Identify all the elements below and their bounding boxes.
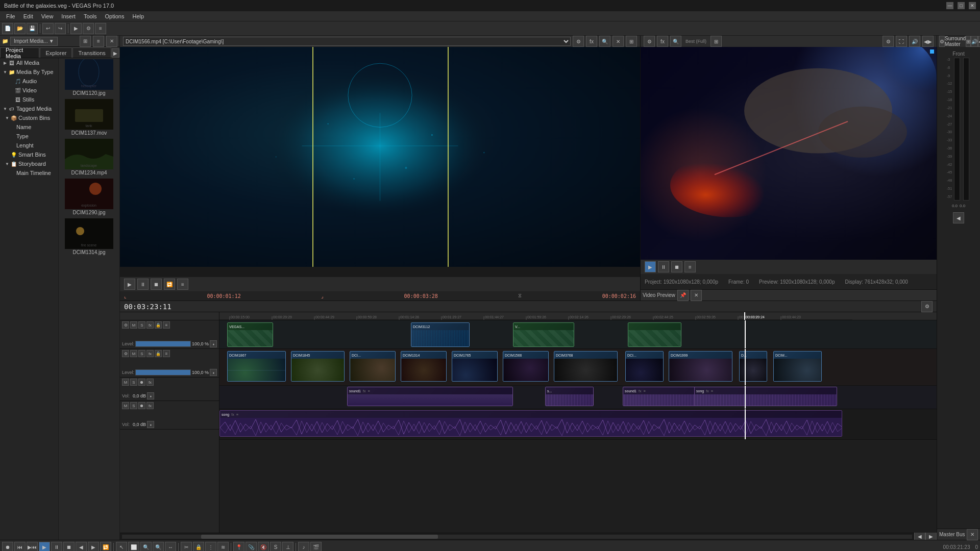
vp-zoom-button[interactable]: 🔍 bbox=[670, 36, 681, 47]
vp-pause-button[interactable]: ⏸ bbox=[658, 261, 669, 272]
prev-frame-button[interactable]: ◀ bbox=[76, 542, 87, 552]
thumb-item-5[interactable]: fire scene DCIM1314.jpg bbox=[65, 218, 113, 255]
tree-item-video[interactable]: 🎬 Video bbox=[0, 86, 58, 95]
track-2-lock[interactable]: 🔒 bbox=[155, 350, 162, 357]
track-2-level[interactable] bbox=[135, 369, 191, 375]
track-2-settings[interactable]: ⚙ bbox=[122, 350, 129, 357]
clip-v2-7[interactable]: DCIM3768 bbox=[554, 351, 618, 382]
master-bus-close[interactable]: ✕ bbox=[967, 529, 978, 540]
track-4-fx[interactable]: fx bbox=[146, 402, 154, 409]
ripple-button[interactable]: ≋ bbox=[217, 542, 229, 552]
clip-a3-4[interactable]: song fx ≡ bbox=[694, 387, 837, 406]
tree-item-smart-bins[interactable]: 💡 Smart Bins bbox=[0, 150, 58, 159]
loop-button-main[interactable]: 🔁 bbox=[100, 542, 111, 552]
trimmer-close-button[interactable]: ✕ bbox=[612, 36, 624, 47]
zoom-button[interactable]: 🔍 bbox=[140, 542, 152, 552]
tree-item-type[interactable]: Type bbox=[0, 132, 58, 141]
clip-v2-10[interactable]: D... bbox=[739, 351, 767, 382]
video-settings-button[interactable]: 🎬 bbox=[310, 542, 322, 552]
vp-expand-button[interactable]: ◀▶ bbox=[922, 36, 934, 47]
menu-file[interactable]: File bbox=[2, 11, 19, 21]
trimmer-file-select[interactable]: DCIM1566.mp4 [C:\User\Footage\Gaming\] bbox=[123, 37, 571, 46]
menu-tools[interactable]: Tools bbox=[80, 11, 101, 21]
trimmer-zoom-button[interactable]: 🔍 bbox=[599, 36, 610, 47]
track-1-level-button[interactable]: ⬧ bbox=[210, 340, 217, 347]
maximize-button[interactable]: □ bbox=[958, 2, 965, 9]
slip-button[interactable]: ↔ bbox=[165, 542, 176, 552]
track-3-vol-button[interactable]: ⬧ bbox=[147, 392, 154, 399]
save-button[interactable]: 💾 bbox=[27, 23, 38, 34]
track-4-mute[interactable]: M bbox=[122, 402, 129, 409]
vp-audio-button[interactable]: 🔊 bbox=[909, 36, 920, 47]
trimmer-expand-button[interactable]: ⊞ bbox=[626, 36, 637, 47]
import-media-button[interactable]: Import Media... ▼ bbox=[10, 37, 58, 46]
trimmer-settings-button[interactable]: ⚙ bbox=[573, 36, 584, 47]
pause-button[interactable]: ⏸ bbox=[137, 279, 149, 290]
vp-play-button[interactable]: ▶ bbox=[645, 261, 656, 272]
properties-button[interactable]: ⚙ bbox=[83, 23, 94, 34]
clip-v1-2[interactable]: DCIM3112 bbox=[411, 322, 470, 347]
marker-button[interactable]: 📍 bbox=[233, 542, 244, 552]
vp-pin-button[interactable]: 📌 bbox=[677, 290, 689, 301]
region-button[interactable]: 📎 bbox=[246, 542, 257, 552]
pause-button-main[interactable]: ⏸ bbox=[51, 542, 62, 552]
vp-close-button[interactable]: ✕ bbox=[691, 290, 702, 301]
solo-track-button[interactable]: S bbox=[270, 542, 281, 552]
vp-fullscreen-button[interactable]: ⛶ bbox=[896, 36, 907, 47]
new-button[interactable]: 📄 bbox=[2, 23, 13, 34]
track-3-mute[interactable]: M bbox=[122, 379, 129, 386]
track-1-mute[interactable]: M bbox=[130, 321, 137, 329]
tree-item-tagged-media[interactable]: ▼ 🏷 Tagged Media bbox=[0, 104, 58, 113]
stop-button-main[interactable]: ⏹ bbox=[63, 542, 75, 552]
tab-transitions[interactable]: Transitions bbox=[72, 47, 111, 58]
timeline-settings-button[interactable]: ⚙ bbox=[921, 301, 933, 312]
track-1-fx[interactable]: fx bbox=[146, 321, 154, 329]
menu-edit[interactable]: Edit bbox=[19, 11, 37, 21]
mute-button[interactable]: 🔇 bbox=[258, 542, 269, 552]
next-frame-button[interactable]: ▶ bbox=[88, 542, 99, 552]
track-1-expand[interactable]: ≡ bbox=[163, 321, 170, 329]
clip-a3-2[interactable]: s... bbox=[545, 387, 594, 406]
zoom-out-button[interactable]: 🔍 bbox=[153, 542, 164, 552]
vp-fx-button[interactable]: fx bbox=[657, 36, 668, 47]
normalize-button[interactable]: ⊥ bbox=[282, 542, 293, 552]
record-button[interactable]: ⏺ bbox=[2, 542, 13, 552]
track-3-rec[interactable]: ⏺ bbox=[138, 379, 145, 386]
track-2-mute[interactable]: M bbox=[130, 350, 137, 357]
track-4-solo[interactable]: S bbox=[130, 402, 137, 409]
audio-settings-button[interactable]: ♪ bbox=[298, 542, 309, 552]
vp-stop-button[interactable]: ⏹ bbox=[671, 261, 682, 272]
track-4-vol-button[interactable]: ⬧ bbox=[147, 421, 154, 428]
clip-v2-3[interactable]: DCI... bbox=[350, 351, 396, 382]
clip-v2-2[interactable]: DCIM1845 bbox=[291, 351, 345, 382]
track-4-rec[interactable]: ⏺ bbox=[138, 402, 145, 409]
minimize-button[interactable]: — bbox=[946, 2, 953, 9]
surround-audio-button[interactable]: 🔊 bbox=[971, 36, 978, 47]
clip-a3-1[interactable]: sound1 fx ≡ bbox=[347, 387, 513, 406]
surround-menu-button[interactable]: ◀▶ bbox=[978, 36, 980, 47]
track-1-solo[interactable]: S bbox=[138, 321, 145, 329]
clip-v2-5[interactable]: DCIM1765 bbox=[452, 351, 498, 382]
tree-item-name[interactable]: Name bbox=[0, 122, 58, 132]
trimmer-fx-button[interactable]: fx bbox=[586, 36, 597, 47]
track-1-lock[interactable]: 🔒 bbox=[155, 321, 162, 329]
tree-item-storyboard-bins[interactable]: ▼ 📋 Storyboard bbox=[0, 159, 58, 168]
undo-button[interactable]: ↩ bbox=[42, 23, 54, 34]
track-2-level-button[interactable]: ⬧ bbox=[210, 369, 217, 376]
track-2-solo[interactable]: S bbox=[138, 350, 145, 357]
play-from-start-button[interactable]: ▶⏮ bbox=[27, 542, 38, 552]
menu-view[interactable]: View bbox=[37, 11, 58, 21]
vp-settings-button[interactable]: ⚙ bbox=[644, 36, 655, 47]
split-button[interactable]: ✂ bbox=[181, 542, 192, 552]
settings-button-trim[interactable]: ≡ bbox=[177, 279, 188, 290]
thumb-item-3[interactable]: landscape DCIM1234.mp4 bbox=[65, 139, 113, 176]
play-button[interactable]: ▶ bbox=[124, 279, 135, 290]
stop-button[interactable]: ⏹ bbox=[151, 279, 162, 290]
list-view-button[interactable]: ≡ bbox=[93, 36, 104, 47]
tab-project-media[interactable]: Project Media bbox=[0, 47, 39, 58]
clip-v1-3[interactable]: V... bbox=[513, 322, 574, 347]
select-button[interactable]: ⬜ bbox=[128, 542, 139, 552]
tree-item-main-timeline[interactable]: Main Timeline bbox=[0, 168, 58, 178]
settings-button[interactable]: ≡ bbox=[95, 23, 106, 34]
menu-options[interactable]: Options bbox=[101, 11, 129, 21]
